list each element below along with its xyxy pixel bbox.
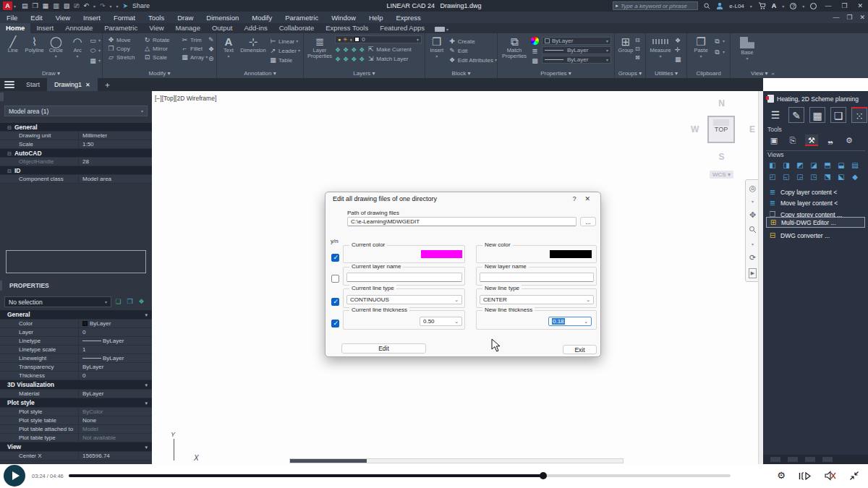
search-icon[interactable] [704, 3, 710, 9]
group-button[interactable]: ⊞Group [616, 35, 635, 61]
section-autocad[interactable]: ⊟AutoCAD [0, 149, 152, 158]
current-color-swatch[interactable] [421, 250, 462, 258]
block-panel-label[interactable]: Block ▾ [425, 69, 497, 78]
tab-drawing1[interactable]: Drawing1✕ [47, 78, 98, 91]
menu-tools[interactable]: Tools [142, 12, 171, 23]
ribbon-tab-parametric[interactable]: Parametric [98, 23, 143, 33]
measure-button[interactable]: Measure▾ [648, 35, 673, 63]
undo-caret-icon[interactable]: ▾ [93, 4, 95, 9]
ribbon-tab-manage[interactable]: Manage [170, 23, 206, 33]
prop-row[interactable]: LinetypeByLayer [0, 337, 152, 346]
ribbon-tab-output[interactable]: Output [206, 23, 239, 33]
erase-icon[interactable]: ✎ [208, 36, 214, 43]
linetype-checkbox[interactable] [331, 298, 339, 306]
quick-select-icon[interactable]: ❖ [675, 37, 681, 44]
layer-off-icon[interactable]: ❖ [351, 46, 357, 53]
viewcube-south[interactable]: S [684, 152, 760, 162]
insert-block-button[interactable]: ❒Insert▾ [428, 35, 446, 64]
color-wheel-icon[interactable] [531, 37, 539, 45]
new-tab-button[interactable]: ＋ [98, 80, 117, 90]
trim-button[interactable]: ✂Trim [181, 36, 211, 44]
view-iso4-icon[interactable]: ◪ [809, 160, 819, 170]
section-general[interactable]: ⊟General [0, 123, 152, 132]
view-sw-icon[interactable]: ◰ [767, 172, 778, 181]
exit-fullscreen-icon[interactable] [849, 471, 859, 481]
move-layer-content-item[interactable]: ≣ Move layer content < [766, 197, 865, 208]
menu-dimension[interactable]: Dimension [200, 12, 245, 23]
viewport-controls[interactable]: [−][Top][2D Wireframe] [155, 95, 216, 102]
toggle-pickadd-icon[interactable]: ❏ [114, 297, 123, 307]
view-panel-label[interactable]: View ▾ ≍ [731, 69, 868, 78]
match-layer-button[interactable]: ⇲Match Layer [367, 55, 408, 63]
prop-row[interactable]: Drawing unitMillimeter [0, 132, 152, 140]
stretch-button[interactable]: ▱Stretch [107, 53, 142, 61]
copy-clip-button[interactable]: ⧉▾ [713, 38, 725, 46]
text-button[interactable]: AText▾ [220, 35, 237, 64]
view-layers-icon[interactable]: ▤ [850, 160, 860, 170]
prop-row[interactable]: Center X156596.74 [0, 452, 152, 461]
layers-panel-label[interactable]: Layers ▾ [304, 69, 425, 78]
leader-button[interactable]: ↗Leader▾ [269, 47, 300, 55]
draw-panel-label[interactable]: Draw ▾ [0, 69, 102, 78]
polyline-button[interactable]: ⌇Polyline [25, 35, 45, 65]
tab-close-icon[interactable]: ✕ [85, 82, 90, 88]
tab-start[interactable]: Start [19, 78, 47, 91]
close-button[interactable]: ✕ [855, 2, 865, 9]
search-expand-icon[interactable]: ▸ [616, 3, 618, 9]
plot-icon[interactable]: ▧ [64, 2, 70, 9]
new-thickness-select[interactable]: 0.18⌄ [548, 317, 592, 326]
offset-icon[interactable]: ⊜ [208, 55, 214, 62]
menu-draw[interactable]: Draw [171, 12, 200, 23]
progress-knob[interactable] [540, 472, 547, 479]
color-checkbox[interactable] [331, 254, 339, 262]
bottom-tool-icon[interactable] [788, 457, 798, 462]
prop-row[interactable]: Component classModel area [0, 175, 152, 184]
bottom-tool-icon[interactable] [822, 457, 833, 462]
group-select-icon[interactable]: ⊠ [635, 54, 640, 61]
section-view[interactable]: View▾ [0, 442, 152, 452]
explode-icon[interactable]: ❖ [208, 46, 214, 53]
ribbon-tab-annotate[interactable]: Annotate [59, 23, 98, 33]
section-id[interactable]: ⊟ID [0, 166, 152, 175]
user-icon[interactable] [716, 2, 723, 9]
ribbon-tab-view[interactable]: View [143, 23, 169, 33]
ribbon-tab-featuredapps[interactable]: Featured Apps [374, 23, 430, 33]
ribbon-tab-collaborate[interactable]: Collaborate [273, 23, 320, 33]
view-front-icon[interactable]: ⬒ [822, 160, 833, 170]
dimension-button[interactable]: ⊹Dimension [240, 35, 266, 64]
view-rotate-icon[interactable]: ⬔ [822, 172, 833, 181]
path-input[interactable]: C:\e-Learning\MDWGEDIT [347, 217, 576, 226]
object-color-select[interactable]: ByLayer▾ [542, 37, 611, 45]
vertical-scrollbar[interactable] [758, 91, 763, 464]
prop-row[interactable]: Plot table typeNot available [0, 434, 152, 442]
save-as-icon[interactable]: ▥ [53, 2, 59, 9]
playback-speed-icon[interactable] [799, 471, 812, 481]
search-input[interactable]: ▸ Type a keyword or phrase [613, 1, 698, 10]
ribbon-display-toggle[interactable]: ▾ [435, 27, 448, 33]
calculator-icon[interactable]: ▦ [809, 107, 825, 123]
menu-view[interactable]: View [49, 12, 77, 23]
autodesk-icon[interactable]: A [772, 2, 777, 9]
selection-frame-icon[interactable]: ⁙ [851, 107, 867, 123]
menu-format[interactable]: Format [107, 12, 142, 23]
zoom-icon[interactable] [749, 226, 757, 235]
prop-row[interactable]: MaterialByLayer [0, 390, 152, 398]
help-icon[interactable]: ? [790, 3, 796, 9]
layer-isolate-icon[interactable]: ❖ [335, 46, 341, 53]
ribbon-tab-home[interactable]: Home [0, 23, 30, 33]
settings-gear-icon[interactable]: ⚙ [777, 469, 786, 482]
dwg-converter-item[interactable]: ⊟ DWG converter ... [766, 230, 865, 241]
bottom-tool-icon[interactable] [770, 457, 780, 462]
base-view-button[interactable]: Base▾ [736, 37, 758, 61]
annotation-panel-label[interactable]: Annotation ▾ [217, 69, 303, 78]
paste-button[interactable]: ❐Paste▾ [692, 35, 710, 59]
modify-panel-label[interactable]: Modify ▾ [103, 69, 216, 78]
clipboard-panel-label[interactable]: Clipboard [687, 69, 730, 78]
layer-checkbox[interactable] [331, 275, 339, 283]
browse-button[interactable]: ... [580, 217, 596, 226]
doc-restore-button[interactable]: ❐ [846, 14, 852, 21]
prop-row[interactable]: Plot style tableNone [0, 416, 152, 425]
view-se-icon[interactable]: ◱ [781, 172, 791, 181]
view-section-icon[interactable]: ⬕ [836, 172, 846, 181]
redo-caret-icon[interactable]: ▾ [109, 4, 111, 9]
